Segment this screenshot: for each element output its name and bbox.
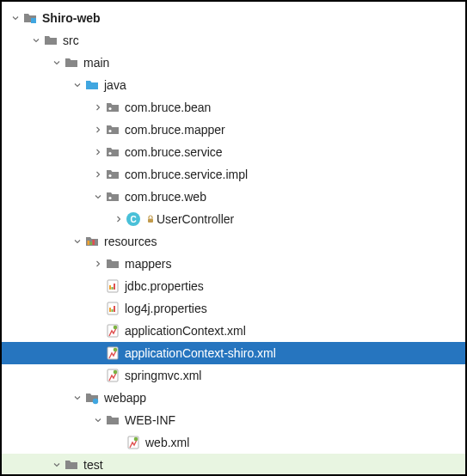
tree-row-resources[interactable]: resources [2,230,465,253]
tree-label: jdbc.properties [125,279,204,293]
xml-file-icon [105,368,120,383]
chevron-right-icon[interactable] [91,145,105,159]
chevron-right-icon[interactable] [91,123,105,137]
tree-row-usercontroller[interactable]: C UserController [2,208,465,230]
tree-label: resources [104,235,157,248]
folder-icon [105,412,120,428]
tree-row-java[interactable]: java [2,74,465,96]
folder-icon [64,55,79,70]
web-folder-icon [84,390,100,406]
resources-folder-icon [84,234,100,249]
tree-row-webinf[interactable]: WEB-INF [2,409,465,431]
xml-file-icon [105,323,120,339]
tree-label: mappers [125,257,171,271]
source-folder-icon [84,77,100,93]
tree-label: java [104,78,126,92]
tree-label: webapp [104,391,146,405]
tree-row-test[interactable]: test [2,454,465,476]
chevron-down-icon[interactable] [29,34,43,47]
tree-label: com.bruce.web [125,190,206,204]
tree-row-jdbc-props[interactable]: jdbc.properties [2,275,465,297]
tree-row-appctx-shiro[interactable]: applicationContext-shiro.xml [2,342,465,364]
folder-icon [43,33,58,48]
tree-row-springmvc[interactable]: springmvc.xml [2,364,465,387]
xml-file-icon [105,345,120,361]
tree-row-webxml[interactable]: web.xml [2,431,465,454]
tree-row-root[interactable]: Shiro-web [2,7,465,29]
package-icon [105,100,120,115]
package-icon [105,122,120,137]
package-icon [105,167,120,182]
tree-label: main [83,56,109,70]
tree-row-log4j-props[interactable]: log4j.properties [2,297,465,320]
chevron-down-icon[interactable] [71,235,84,248]
chevron-down-icon[interactable] [91,190,105,204]
tree-row-pkg-service-impl[interactable]: com.bruce.service.impl [2,163,465,186]
tree-label: com.bruce.service [125,145,223,159]
tree-row-webapp[interactable]: webapp [2,387,465,409]
tree-row-appctx[interactable]: applicationContext.xml [2,320,465,342]
chevron-down-icon[interactable] [9,11,22,25]
chevron-right-icon[interactable] [91,101,105,114]
chevron-down-icon[interactable] [50,458,64,472]
svg-point-13 [93,399,98,404]
tree-label: test [83,458,103,472]
tree-row-mappers[interactable]: mappers [2,253,465,275]
tree-row-pkg-service[interactable]: com.bruce.service [2,141,465,163]
chevron-down-icon[interactable] [71,391,84,405]
tree-label: springmvc.xml [125,369,201,382]
tree-label: com.bruce.bean [125,101,211,114]
tree-row-pkg-mapper[interactable]: com.bruce.mapper [2,119,465,141]
chevron-right-icon[interactable] [91,168,105,181]
tree-label: UserController [157,212,234,226]
tree-label: com.bruce.mapper [125,123,225,137]
tree-row-src[interactable]: src [2,29,465,52]
chevron-down-icon[interactable] [50,56,64,70]
tree-label: web.xml [145,436,189,449]
package-icon [105,189,120,204]
folder-icon [64,457,79,473]
package-icon [105,144,120,160]
tree-label: applicationContext-shiro.xml [125,346,276,360]
module-icon [22,10,38,26]
project-tree[interactable]: Shiro-web src main java com.bruce.bean c… [2,2,465,476]
tree-row-main[interactable]: main [2,52,465,74]
chevron-right-icon[interactable] [112,212,126,226]
tree-label: WEB-INF [125,413,175,427]
tree-label: log4j.properties [125,302,207,315]
chevron-down-icon[interactable] [91,413,105,427]
properties-file-icon [105,278,120,294]
xml-file-icon [126,435,141,450]
chevron-right-icon[interactable] [91,257,105,271]
class-icon: C [126,211,141,227]
folder-icon [105,256,120,272]
tree-label: applicationContext.xml [125,324,246,338]
properties-file-icon [105,301,120,316]
tree-label: src [63,34,79,47]
chevron-down-icon[interactable] [71,78,84,92]
tree-row-pkg-web[interactable]: com.bruce.web [2,186,465,208]
tree-label: com.bruce.service.impl [125,168,248,181]
tree-label: Shiro-web [42,11,101,25]
tree-row-pkg-bean[interactable]: com.bruce.bean [2,96,465,119]
lock-icon [146,215,155,223]
